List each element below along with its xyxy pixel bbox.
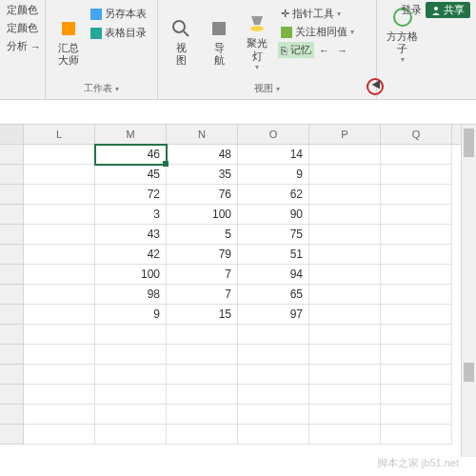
- cell[interactable]: [24, 405, 95, 425]
- cell[interactable]: 100: [95, 265, 167, 285]
- cell[interactable]: [381, 245, 452, 265]
- cell[interactable]: [95, 385, 167, 405]
- cell[interactable]: [381, 405, 452, 425]
- cell[interactable]: [238, 345, 309, 365]
- cell[interactable]: 35: [167, 165, 238, 185]
- cell[interactable]: 98: [95, 285, 167, 305]
- cell[interactable]: [24, 365, 95, 385]
- row-header[interactable]: [0, 405, 24, 425]
- cell[interactable]: 62: [238, 185, 309, 205]
- cell[interactable]: [238, 325, 309, 345]
- cell[interactable]: [309, 325, 381, 345]
- set-color-2[interactable]: 定颜色: [4, 20, 41, 36]
- spotlight-button[interactable]: 聚光 灯▾: [238, 2, 276, 80]
- cell[interactable]: 72: [95, 185, 167, 205]
- cell[interactable]: 42: [95, 245, 167, 265]
- cell[interactable]: [167, 345, 238, 365]
- cell[interactable]: [381, 385, 452, 405]
- cell[interactable]: [381, 305, 452, 325]
- view-button[interactable]: 视 图: [162, 2, 200, 80]
- row-header[interactable]: [0, 325, 24, 345]
- cell[interactable]: [95, 365, 167, 385]
- cell[interactable]: 9: [238, 165, 309, 185]
- cell[interactable]: 90: [238, 205, 309, 225]
- row-header[interactable]: [0, 245, 24, 265]
- cell[interactable]: [167, 425, 238, 445]
- cell[interactable]: [95, 405, 167, 425]
- row-header[interactable]: [0, 305, 24, 325]
- cell[interactable]: [24, 245, 95, 265]
- scroll-thumb[interactable]: [464, 363, 474, 382]
- cell[interactable]: 46: [95, 145, 167, 165]
- cell[interactable]: 45: [95, 165, 167, 185]
- cell[interactable]: 51: [238, 245, 309, 265]
- cell[interactable]: [24, 225, 95, 245]
- row-header[interactable]: [0, 145, 24, 165]
- save-sheet-button[interactable]: 另存本表: [88, 6, 149, 22]
- cell[interactable]: [309, 405, 381, 425]
- cell[interactable]: [381, 285, 452, 305]
- cell[interactable]: [24, 305, 95, 325]
- login-link[interactable]: 登录: [401, 3, 422, 17]
- cell[interactable]: [24, 145, 95, 165]
- cell[interactable]: [24, 385, 95, 405]
- cell[interactable]: 100: [167, 205, 238, 225]
- set-color-1[interactable]: 定颜色: [4, 2, 41, 18]
- nav-button[interactable]: 导 航: [200, 2, 238, 80]
- cell[interactable]: [24, 285, 95, 305]
- cell[interactable]: [309, 285, 381, 305]
- cell[interactable]: [24, 185, 95, 205]
- cell[interactable]: [24, 265, 95, 285]
- cell[interactable]: [95, 325, 167, 345]
- summary-master-button[interactable]: 汇总 大师: [50, 2, 88, 80]
- cell[interactable]: [24, 165, 95, 185]
- cell[interactable]: [95, 425, 167, 445]
- memory-button[interactable]: ⎘记忆: [278, 42, 314, 58]
- row-header[interactable]: [0, 285, 24, 305]
- cell[interactable]: [24, 325, 95, 345]
- cell[interactable]: [309, 205, 381, 225]
- cell[interactable]: [309, 425, 381, 445]
- cell[interactable]: 5: [167, 225, 238, 245]
- cell[interactable]: [381, 145, 452, 165]
- cell[interactable]: [24, 205, 95, 225]
- cell[interactable]: [167, 405, 238, 425]
- cell[interactable]: 65: [238, 285, 309, 305]
- cell[interactable]: 76: [167, 185, 238, 205]
- cell[interactable]: [309, 165, 381, 185]
- pointer-tool[interactable]: ✛指针工具▾: [278, 6, 357, 22]
- cell[interactable]: 15: [167, 305, 238, 325]
- cell[interactable]: 79: [167, 245, 238, 265]
- sheet-toc-button[interactable]: 表格目录: [88, 25, 149, 41]
- cell[interactable]: [381, 185, 452, 205]
- cell[interactable]: 14: [238, 145, 309, 165]
- analysis-button[interactable]: 分析 →: [4, 38, 41, 54]
- cell[interactable]: 48: [167, 145, 238, 165]
- cell[interactable]: 3: [95, 205, 167, 225]
- cell[interactable]: [309, 305, 381, 325]
- cell[interactable]: 7: [167, 265, 238, 285]
- col-header-O[interactable]: O: [238, 125, 309, 144]
- cell[interactable]: [309, 225, 381, 245]
- nav-forward[interactable]: →: [334, 42, 350, 58]
- row-header[interactable]: [0, 365, 24, 385]
- row-header[interactable]: [0, 385, 24, 405]
- cell[interactable]: [309, 365, 381, 385]
- cell[interactable]: [238, 365, 309, 385]
- row-header[interactable]: [0, 425, 24, 445]
- cell[interactable]: [238, 385, 309, 405]
- nav-back[interactable]: ←: [316, 42, 332, 58]
- cell[interactable]: 97: [238, 305, 309, 325]
- col-header-M[interactable]: M: [95, 125, 167, 144]
- cell[interactable]: [167, 385, 238, 405]
- cell[interactable]: [381, 365, 452, 385]
- col-header-L[interactable]: L: [24, 125, 95, 144]
- row-header[interactable]: [0, 205, 24, 225]
- cell[interactable]: 75: [238, 225, 309, 245]
- cell[interactable]: 94: [238, 265, 309, 285]
- row-header[interactable]: [0, 185, 24, 205]
- col-header-Q[interactable]: Q: [381, 125, 452, 144]
- focus-same-value[interactable]: 关注相同值▾: [278, 24, 357, 40]
- row-header[interactable]: [0, 165, 24, 185]
- cell[interactable]: [167, 365, 238, 385]
